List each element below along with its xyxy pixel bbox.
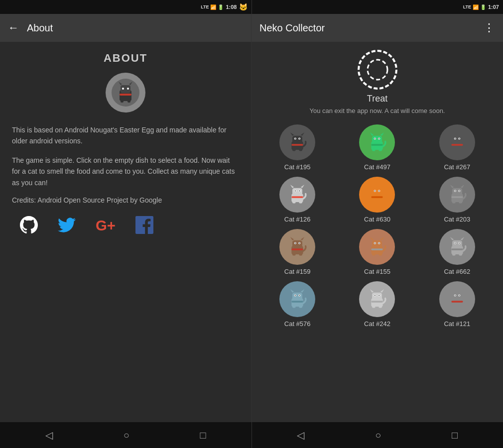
cat-svg [285,287,310,312]
svg-point-85 [295,243,296,244]
cat-avatar [359,229,395,265]
left-lte-icon: LTE [201,4,209,9]
svg-rect-91 [372,240,382,248]
cat-item[interactable]: Cat #159 [259,229,335,275]
svg-rect-143 [452,305,456,308]
svg-rect-58 [372,188,382,196]
cat-svg [285,182,310,207]
cat-label: Cat #497 [364,163,390,171]
svg-rect-66 [372,201,376,204]
about-toolbar-title: About [27,22,243,34]
svg-rect-67 [379,201,382,204]
cat-item[interactable]: Cat #576 [259,281,335,328]
cat-item[interactable]: Cat #497 [339,124,415,171]
cat-item[interactable]: Cat #126 [259,177,335,223]
right-home-button[interactable]: ○ [375,430,381,441]
back-button[interactable]: ← [8,21,19,34]
cat-label: Cat #159 [284,268,311,275]
svg-rect-87 [291,248,303,250]
twitter-icon[interactable] [58,216,76,238]
svg-rect-21 [291,144,303,145]
right-recents-button[interactable]: □ [452,430,458,441]
more-button[interactable]: ⋮ [484,21,495,34]
svg-point-97 [379,243,380,244]
svg-point-20 [299,138,300,139]
svg-rect-113 [292,293,302,300]
left-back-button[interactable]: ◁ [45,429,53,441]
svg-rect-110 [452,253,456,256]
cat-avatar [359,177,395,213]
svg-rect-76 [451,196,463,198]
cat-label: Cat #126 [284,216,311,223]
cat-avatar [279,229,315,265]
svg-rect-78 [459,201,462,204]
svg-point-118 [295,295,296,296]
svg-marker-114 [290,289,294,293]
svg-rect-80 [292,240,302,248]
svg-rect-111 [459,253,462,256]
svg-point-107 [455,243,456,244]
right-back-button[interactable]: ◁ [297,429,304,441]
panels: ← About ABOUT [0,14,503,422]
right-lte-icon: LTE [463,4,471,9]
cat-icon: 🐱 [239,3,248,11]
svg-rect-120 [291,301,303,302]
svg-point-42 [459,138,460,139]
about-description1: This is based on Android Nougat's Easter… [12,124,239,147]
about-avatar [106,73,145,112]
status-bars: LTE 📶 🔋 1:08 🐱 LTE 📶 🔋 1:07 [0,0,503,14]
cat-item[interactable]: Cat #630 [339,177,415,223]
cat-avatar [279,281,315,317]
svg-rect-99 [372,253,376,256]
svg-rect-9 [127,100,130,103]
cat-svg [285,130,310,155]
cat-label: Cat #195 [284,163,311,171]
svg-marker-59 [370,185,374,188]
cat-item[interactable]: Cat #267 [419,124,495,171]
gplus-icon[interactable]: G+ [96,216,116,238]
right-nav-bar: ◁ ○ □ [252,422,503,448]
cat-item[interactable]: Cat #662 [419,229,495,275]
svg-marker-27 [380,132,384,136]
left-home-button[interactable]: ○ [124,430,129,441]
cat-label: Cat #121 [444,320,470,328]
social-icons: G+ [12,216,239,238]
cat-item[interactable]: Cat #242 [339,281,415,328]
svg-rect-98 [372,248,383,250]
svg-rect-102 [452,240,462,248]
svg-marker-136 [450,289,454,293]
svg-rect-88 [292,253,296,256]
svg-marker-49 [301,185,305,188]
about-panel: ← About ABOUT [0,14,252,422]
facebook-icon[interactable] [135,216,153,238]
cat-label: Cat #576 [284,320,311,328]
cat-item[interactable]: Cat #203 [419,177,495,223]
cat-label: Cat #242 [364,320,390,328]
about-credits: Credits: Android Open Source Project by … [12,196,239,204]
left-signal-icon: 📶 [210,4,216,10]
left-battery-icon: 🔋 [218,4,224,10]
svg-point-52 [295,191,296,192]
svg-rect-34 [379,148,382,151]
cat-item[interactable]: Cat #121 [419,281,495,328]
svg-point-63 [375,191,376,192]
nav-bars: ◁ ○ □ ◁ ○ □ [0,422,503,448]
svg-rect-89 [299,253,302,256]
cat-item[interactable]: Cat #195 [259,124,335,171]
svg-point-12 [373,65,382,75]
left-recents-button[interactable]: □ [200,430,206,441]
github-icon[interactable] [20,216,38,238]
svg-rect-69 [452,188,462,196]
svg-rect-23 [299,148,302,151]
svg-rect-121 [292,305,296,308]
svg-rect-45 [459,148,462,151]
svg-point-140 [455,295,456,296]
cat-item[interactable]: Cat #155 [339,229,415,275]
svg-marker-71 [460,185,464,188]
cat-label: Cat #155 [364,268,390,275]
svg-point-64 [379,191,380,192]
svg-marker-115 [301,289,305,293]
svg-point-119 [299,295,300,296]
svg-point-86 [299,243,300,244]
svg-rect-44 [452,148,456,151]
